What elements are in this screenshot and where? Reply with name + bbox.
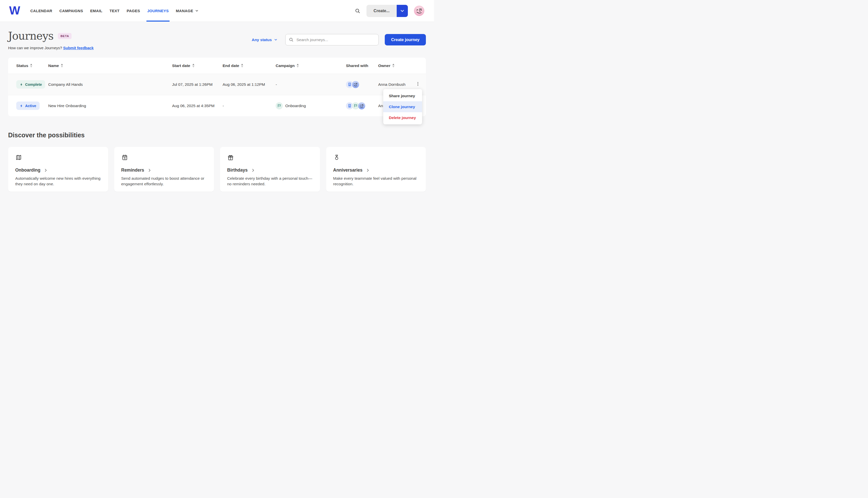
chevron-right-icon <box>147 168 152 172</box>
journey-name: New Hire Onboarding <box>48 104 172 108</box>
owner-name: Anna Dornbush <box>378 82 413 87</box>
sort-arrows-icon[interactable] <box>241 64 243 67</box>
chevron-right-icon <box>44 168 48 172</box>
discover-card-anniversaries[interactable]: Anniversaries Make every teammate feel v… <box>326 147 426 192</box>
card-description: Automatically welcome new hires with eve… <box>15 176 101 187</box>
column-header-end-date[interactable]: End date <box>223 64 276 68</box>
search-icon[interactable] <box>355 8 360 14</box>
nav-item-label: PAGES <box>127 9 140 13</box>
table-header-row: StatusNameStart dateEnd dateCampaignShar… <box>8 57 426 74</box>
sort-arrows-icon[interactable] <box>392 64 394 67</box>
column-header-campaign[interactable]: Campaign <box>276 64 346 68</box>
shared-face-avatar <box>358 102 365 109</box>
top-navigation: W CALENDARCAMPAIGNSEMAILTEXTPAGESJOURNEY… <box>0 0 434 22</box>
chevron-down-icon <box>195 9 199 13</box>
column-header-status[interactable]: Status <box>16 64 48 68</box>
nav-item-label: TEXT <box>109 9 120 13</box>
row-actions-kebab-icon[interactable] <box>414 80 422 88</box>
nav-item-label: CAMPAIGNS <box>60 9 83 13</box>
nav-item-label: EMAIL <box>90 9 102 13</box>
feedback-question: How can we improve Journeys? <box>8 46 62 50</box>
column-label: Status <box>16 64 28 68</box>
user-avatar[interactable] <box>414 5 424 16</box>
campaign-label: - <box>276 82 277 87</box>
sort-arrows-icon[interactable] <box>297 64 299 67</box>
discover-cards: Onboarding Automatically welcome new hir… <box>8 147 426 192</box>
chevron-down-icon <box>274 38 278 42</box>
table-row[interactable]: Complete Company All Hands Jul 07, 2025 … <box>8 74 426 95</box>
sort-arrows-icon[interactable] <box>30 64 32 67</box>
workshop-logo[interactable]: W <box>9 4 20 16</box>
bolt-icon <box>19 104 23 108</box>
nav-item-label: JOURNEYS <box>147 9 169 13</box>
search-icon <box>289 37 294 42</box>
discover-section: Discover the possibilities Onboarding Au… <box>8 131 426 192</box>
nav-item-pages[interactable]: PAGES <box>127 0 140 22</box>
gift-icon <box>227 154 234 161</box>
search-journeys-input[interactable] <box>296 37 375 42</box>
nav-item-label: CALENDAR <box>30 9 52 13</box>
nav-item-manage[interactable]: MANAGE <box>176 0 199 22</box>
status-badge: Complete <box>16 80 45 89</box>
medal-icon <box>333 154 340 161</box>
card-description: Celebrate every birthday with a personal… <box>227 176 313 187</box>
column-label: End date <box>223 64 239 68</box>
bolt-icon <box>19 83 23 86</box>
menu-item-share-journey[interactable]: Share journey <box>383 90 422 101</box>
status-badge: Active <box>16 102 40 110</box>
column-header-name[interactable]: Name <box>48 64 172 68</box>
nav-right-controls: Create... <box>355 5 424 17</box>
column-header-shared-with: Shared with <box>346 64 378 68</box>
discover-card-onboarding[interactable]: Onboarding Automatically welcome new hir… <box>8 147 108 192</box>
card-title: Anniversaries <box>333 168 363 173</box>
create-button[interactable]: Create... <box>367 5 397 17</box>
discover-card-reminders[interactable]: Reminders Send automated nudges to boost… <box>114 147 214 192</box>
calendar-icon <box>121 154 128 161</box>
start-date: Jul 07, 2025 at 1:26PM <box>172 82 223 87</box>
column-header-start-date[interactable]: Start date <box>172 64 223 68</box>
submit-feedback-link[interactable]: Submit feedback <box>63 46 94 50</box>
campaign-cell: Onboarding <box>276 102 346 109</box>
create-dropdown-button[interactable] <box>397 5 408 17</box>
card-description: Send automated nudges to boost attendanc… <box>121 176 207 187</box>
card-title: Reminders <box>121 168 144 173</box>
chevron-right-icon <box>366 168 370 172</box>
nav-item-text[interactable]: TEXT <box>109 0 120 22</box>
menu-item-clone-journey[interactable]: Clone journey <box>383 101 422 112</box>
journey-name: Company All Hands <box>48 82 172 87</box>
column-header-owner[interactable]: Owner <box>378 64 413 68</box>
status-filter-label: Any status <box>252 38 272 42</box>
nav-item-calendar[interactable]: CALENDAR <box>30 0 52 22</box>
shared-with-cell <box>346 81 378 88</box>
chevron-right-icon <box>251 168 255 172</box>
journeys-page: W CALENDARCAMPAIGNSEMAILTEXTPAGESJOURNEY… <box>0 0 434 249</box>
sort-arrows-icon[interactable] <box>193 64 194 67</box>
nav-item-email[interactable]: EMAIL <box>90 0 102 22</box>
map-icon <box>15 154 22 161</box>
sort-arrows-icon[interactable] <box>61 64 63 67</box>
campaign-label: Onboarding <box>285 104 306 108</box>
avatar-face-doodle-icon <box>415 7 423 15</box>
campaign-flag-avatar <box>276 102 283 109</box>
nav-item-campaigns[interactable]: CAMPAIGNS <box>60 0 83 22</box>
menu-item-delete-journey[interactable]: Delete journey <box>383 112 422 123</box>
page-title: Journeys <box>8 30 53 42</box>
primary-nav: CALENDARCAMPAIGNSEMAILTEXTPAGESJOURNEYSM… <box>30 0 199 22</box>
page-header: Journeys BETA How can we improve Journey… <box>8 30 426 50</box>
journeys-table: StatusNameStart dateEnd dateCampaignShar… <box>8 57 426 116</box>
search-journeys-box <box>285 34 379 45</box>
table-body: Complete Company All Hands Jul 07, 2025 … <box>8 74 426 116</box>
create-journey-button[interactable]: Create journey <box>385 34 426 45</box>
discover-card-birthdays[interactable]: Birthdays Celebrate every birthday with … <box>220 147 320 192</box>
card-description: Make every teammate feel valued with per… <box>333 176 419 187</box>
column-label: Shared with <box>346 64 368 68</box>
end-date: - <box>223 104 276 108</box>
nav-item-journeys[interactable]: JOURNEYS <box>147 0 169 22</box>
status-filter-dropdown[interactable]: Any status <box>250 37 279 42</box>
table-row[interactable]: Active New Hire Onboarding Aug 06, 2025 … <box>8 95 426 116</box>
end-date: Aug 06, 2025 at 1:12PM <box>223 82 276 87</box>
column-label: Owner <box>378 64 390 68</box>
column-label: Campaign <box>276 64 295 68</box>
campaign-cell: - <box>276 82 346 87</box>
row-context-menu: Share journeyClone journeyDelete journey <box>383 89 422 124</box>
